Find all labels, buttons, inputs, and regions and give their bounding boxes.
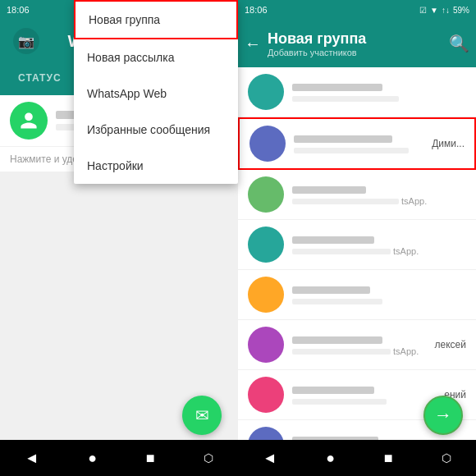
contact-tail: лексей [435,339,466,350]
right-status-bar: 18:06 ☑ ▼ ↑↓ 59% [238,0,476,20]
right-nav-bar: ◄ ● ■ ⬡ [238,440,476,476]
menu-new-group[interactable]: Новая группа [74,0,238,39]
left-time: 18:06 [7,5,30,15]
list-item[interactable]: tsApp. [238,170,476,220]
menu-whatsapp-web[interactable]: WhatsApp Web [74,76,238,112]
tab-status[interactable]: СТАТУС [0,62,80,95]
list-item[interactable] [238,270,476,320]
avatar [248,227,284,263]
nav-extra[interactable]: ⬡ [442,451,451,465]
list-item[interactable]: tsApp. [238,220,476,270]
right-panel: 18:06 ☑ ▼ ↑↓ 59% ← Новая группа Добавить… [238,0,476,476]
menu-new-broadcast[interactable]: Новая рассылка [74,39,238,76]
contact-name [292,384,436,396]
list-item[interactable] [238,67,476,117]
contact-name [292,334,427,346]
contact-info: tsApp. [292,334,427,356]
contact-info [292,284,466,306]
menu-settings[interactable]: Настройки [74,148,238,184]
contact-info [294,133,423,155]
contact-name [294,133,423,145]
contact-name [292,184,466,196]
avatar [248,327,284,363]
contact-status [292,296,466,306]
contact-info [292,384,436,406]
avatar [248,377,284,413]
contact-status [294,145,423,155]
list-item[interactable]: Дими... [238,117,476,170]
right-search-icon[interactable]: 🔍 [449,34,469,53]
nav-back[interactable]: ◄ [263,450,277,467]
contact-status: tsApp. [292,196,466,206]
avatar [10,102,48,140]
nav-home[interactable]: ● [88,450,97,467]
contact-status [292,94,466,103]
contact-info [292,81,466,103]
contact-tail: Дими... [432,138,465,149]
right-header-subtitle: Добавить участников [268,48,442,57]
list-item[interactable]: tsApp. лексей [238,320,476,370]
next-fab[interactable]: → [423,396,463,435]
contact-name [292,234,466,246]
nav-extra[interactable]: ⬡ [204,451,213,465]
avatar [248,277,284,313]
menu-starred[interactable]: Избранные сообщения [74,112,238,148]
avatar [248,74,284,110]
back-button[interactable]: ← [245,34,261,53]
right-header: ← Новая группа Добавить участников 🔍 [238,20,476,67]
avatar [248,176,284,213]
nav-home[interactable]: ● [326,450,335,467]
compose-fab[interactable]: ✉ [182,396,222,435]
contact-status: tsApp. [292,346,427,356]
right-status-icons: ☑ ▼ ↑↓ 59% [419,6,469,15]
nav-recent[interactable]: ■ [146,450,155,467]
right-header-title: Новая группа [268,30,442,48]
nav-recent[interactable]: ■ [384,450,393,467]
right-header-text: Новая группа Добавить участников [268,30,442,57]
contact-name [292,81,466,94]
dropdown-menu: Новая группа Новая рассылка WhatsApp Web… [74,0,238,184]
contact-status [292,396,436,406]
right-time: 18:06 [245,5,268,15]
contact-name [292,284,466,296]
nav-back[interactable]: ◄ [25,450,39,467]
camera-icon[interactable]: 📷 [13,28,39,54]
left-nav-bar: ◄ ● ■ ⬡ [0,440,238,476]
avatar [249,126,286,162]
contact-info: tsApp. [292,234,466,256]
left-panel: 18:06 ☑ ▼ ↑↓ 59% 📷 WhatsApp 🔍 ⋮ СТАТУС Ч… [0,0,238,476]
contact-info: tsApp. [292,184,466,206]
contact-status: tsApp. [292,246,466,256]
